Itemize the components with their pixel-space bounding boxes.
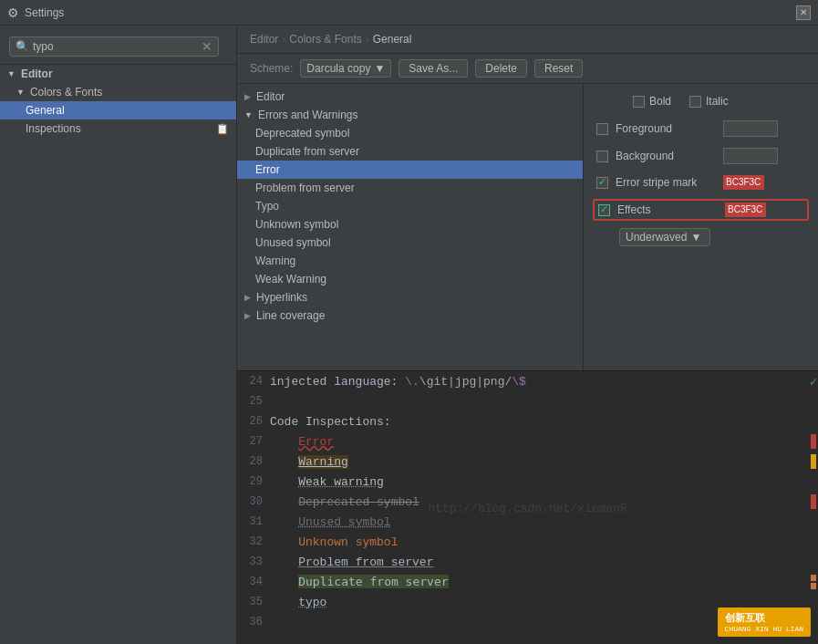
error-stripe-color-value: BC3F3C — [723, 176, 763, 188]
preview-line-29: 29 Weak warning — [237, 472, 818, 492]
sidebar: 🔍 ✕ ▼ Editor ▼ Colors & Fonts General In… — [0, 26, 237, 644]
sidebar-item-colors-fonts[interactable]: ▼ Colors & Fonts — [0, 83, 236, 101]
effects-color-value: BC3F3C — [725, 203, 765, 215]
background-row: Background — [596, 146, 805, 166]
expand-icon: ▶ — [244, 311, 251, 320]
tree-item-line-coverage[interactable]: ▶ Line coverage — [237, 306, 583, 325]
sidebar-item-inspections[interactable]: Inspections 📋 — [0, 119, 236, 138]
tree-item-error[interactable]: Error — [237, 161, 583, 179]
background-checkbox[interactable] — [596, 151, 608, 162]
line-content: Problem from server — [270, 556, 818, 569]
foreground-checkbox[interactable] — [596, 123, 608, 135]
error-stripe-color-swatch[interactable]: BC3F3C — [723, 175, 764, 190]
tree-item-typo[interactable]: Typo — [237, 197, 583, 215]
tree-item-unknown[interactable]: Unknown symbol — [237, 215, 583, 234]
save-as-button[interactable]: Save As... — [399, 59, 468, 78]
tree-item-label: Unknown symbol — [255, 218, 338, 231]
error-mark — [811, 434, 816, 449]
close-button[interactable]: ✕ — [796, 5, 811, 20]
preview-line-32: 32 Unknown symbol — [237, 532, 818, 552]
line-number: 33 — [237, 556, 270, 568]
preview-line-25: 25 — [237, 391, 818, 411]
line-content: Warning — [270, 455, 811, 469]
tree-item-errors-warnings[interactable]: ▼ Errors and Warnings — [237, 106, 583, 124]
line-number: 31 — [237, 515, 270, 528]
split-panel: ▶ Editor ▼ Errors and Warnings Deprecate… — [237, 84, 818, 370]
background-color-swatch[interactable] — [723, 148, 778, 164]
line-number: 34 — [237, 576, 270, 588]
italic-label[interactable]: Italic — [689, 95, 729, 108]
title-bar: ⚙ Settings ✕ — [0, 0, 818, 26]
expand-icon: ▶ — [244, 293, 251, 302]
tree-item-editor[interactable]: ▶ Editor — [237, 88, 583, 106]
logo-line1: 创新互联 — [725, 611, 803, 625]
search-input[interactable] — [33, 40, 202, 53]
breadcrumb: Editor › Colors & Fonts › General — [237, 26, 818, 54]
sidebar-item-editor[interactable]: ▼ Editor — [0, 65, 236, 83]
line-number: 30 — [237, 495, 270, 508]
delete-button[interactable]: Delete — [475, 59, 527, 78]
properties-panel: Bold Italic Foreground — [584, 84, 818, 370]
sidebar-item-label: Colors & Fonts — [30, 86, 102, 99]
window-title: Settings — [25, 6, 64, 19]
line-number: 35 — [237, 596, 270, 608]
settings-icon: ⚙ — [7, 5, 19, 20]
line-number: 27 — [237, 435, 270, 448]
right-panel: Editor › Colors & Fonts › General Scheme… — [237, 26, 818, 644]
tree-item-weak-warning[interactable]: Weak Warning — [237, 270, 583, 288]
search-wrap[interactable]: 🔍 ✕ — [9, 36, 219, 57]
sidebar-item-label: Inspections — [26, 122, 81, 135]
line-content: Duplicate from server — [270, 575, 811, 589]
tree-item-label: Problem from server — [255, 182, 355, 194]
line-content: Unknown symbol — [270, 535, 818, 549]
duplicate-mark — [811, 575, 816, 589]
deprecated-mark — [811, 494, 816, 509]
sidebar-item-general[interactable]: General — [0, 101, 236, 119]
bold-checkbox[interactable] — [633, 96, 645, 108]
breadcrumb-sep2: › — [366, 33, 369, 46]
scheme-label: Scheme: — [250, 62, 293, 75]
foreground-color-swatch[interactable] — [723, 120, 778, 137]
bold-label[interactable]: Bold — [633, 95, 671, 108]
line-number: 25 — [237, 395, 270, 408]
tree-item-duplicate[interactable]: Duplicate from server — [237, 142, 583, 161]
preview-line-28: 28 Warning — [237, 452, 818, 472]
tree-item-label: Hyperlinks — [256, 291, 307, 304]
tree-item-label: Weak Warning — [255, 273, 326, 286]
effects-type-dropdown[interactable]: Underwaved ▼ — [619, 228, 710, 246]
tree-item-deprecated[interactable]: Deprecated symbol — [237, 124, 583, 142]
expand-icon: ▼ — [7, 69, 16, 78]
breadcrumb-part-general: General — [373, 33, 412, 46]
effects-color-swatch[interactable]: BC3F3C — [725, 203, 766, 217]
scheme-dropdown[interactable]: Darcula copy ▼ — [300, 59, 391, 78]
line-number: 36 — [237, 616, 270, 628]
reset-button[interactable]: Reset — [534, 59, 583, 78]
tree-item-warning[interactable]: Warning — [237, 252, 583, 270]
line-mark-green: ✓ — [809, 374, 818, 390]
expand-icon: ▶ — [244, 92, 251, 101]
scheme-bar: Scheme: Darcula copy ▼ Save As... Delete… — [237, 54, 818, 84]
italic-checkbox[interactable] — [689, 96, 701, 108]
tree-item-label: Typo — [255, 200, 279, 213]
effects-label: Effects — [617, 203, 718, 216]
bottom-logo: 创新互联 CHUANG XIN HU LIAN — [718, 608, 811, 637]
line-content: Unused symbol — [270, 515, 818, 529]
tree-item-label: Error — [255, 163, 280, 176]
bold-italic-row: Bold Italic — [596, 95, 805, 108]
sidebar-item-label: Editor — [21, 68, 53, 80]
preview-area: http://blog.csdn.net/xiemanR 24 injected… — [237, 370, 818, 644]
tree-item-hyperlinks[interactable]: ▶ Hyperlinks — [237, 288, 583, 306]
preview-line-30: 30 Deprecated symbol — [237, 492, 818, 512]
tree-item-unused[interactable]: Unused symbol — [237, 234, 583, 252]
expand-icon: ▼ — [16, 88, 25, 97]
effects-dropdown-row: Underwaved ▼ — [596, 228, 805, 246]
effects-checkbox[interactable] — [598, 204, 610, 216]
line-content: Deprecated symbol — [270, 495, 811, 509]
line-content: Code Inspections: — [270, 415, 818, 429]
error-stripe-checkbox[interactable] — [596, 177, 608, 189]
tree-item-label: Errors and Warnings — [258, 109, 358, 121]
tree-item-problem[interactable]: Problem from server — [237, 179, 583, 197]
clear-search-button[interactable]: ✕ — [202, 39, 212, 54]
chevron-down-icon: ▼ — [374, 62, 385, 75]
preview-line-27: 27 Error — [237, 431, 818, 452]
